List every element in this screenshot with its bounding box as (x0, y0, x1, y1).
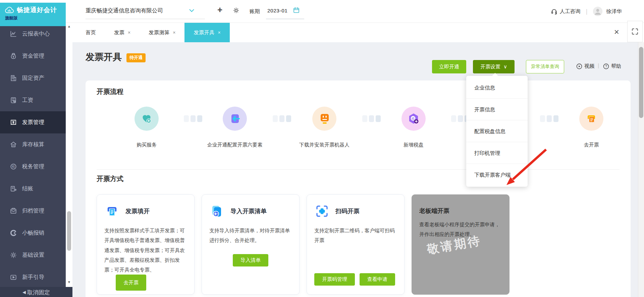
page-header: 发票开具 待开通 立即开通 开票设置 ∨ 异常清单查询 视频 | ? 帮助 (72, 42, 644, 80)
help-link[interactable]: ? 帮助 (603, 63, 621, 69)
avatar[interactable] (593, 7, 602, 16)
sidebar-item-label: 资金管理 (22, 52, 44, 60)
add-account-button[interactable]: + (217, 5, 222, 14)
company-underline (86, 19, 205, 19)
calendar-icon[interactable] (293, 7, 300, 13)
logo-badge: 旗舰版 (5, 15, 66, 21)
menu-item-tax-disk-config[interactable]: 配置税盘信息 (466, 120, 528, 142)
import-list-button[interactable]: 导入清单 (233, 254, 268, 266)
close-panel-icon[interactable]: × (614, 27, 619, 36)
tab-close-icon[interactable]: × (173, 30, 175, 35)
tab-invoice-estimate[interactable]: 发票测算 × (140, 23, 184, 42)
sidebar-item-guide[interactable]: 新手引导 (0, 266, 72, 288)
section-divider (97, 169, 620, 170)
invoice-methods: 开票方式 发票填开 支 (97, 174, 620, 295)
archive-box-icon (10, 207, 17, 215)
report-chart-icon (10, 30, 17, 38)
robot-icon (312, 107, 336, 131)
flow-step-go-invoice: 去开票 (551, 107, 632, 148)
fullscreen-button[interactable] (627, 21, 643, 42)
sidebar-scrollbar: ▲ ▼ (66, 23, 72, 287)
go-invoice-button[interactable]: 去开票 (116, 275, 146, 290)
sidebar-item-label: 小畅报销 (22, 229, 44, 237)
chevron-down-icon: ∨ (503, 64, 507, 70)
company-selector[interactable]: 重庆畅捷交通信息咨询有限公司 (86, 7, 194, 14)
money-bag-icon (10, 52, 17, 60)
closing-book-icon (10, 185, 17, 192)
link-divider: | (598, 62, 599, 69)
svg-text:?: ? (605, 64, 607, 68)
main-content: 发票开具 待开通 立即开通 开票设置 ∨ 异常清单查询 视频 | ? 帮助 开票… (72, 42, 644, 297)
methods-section-title: 开票方式 (97, 174, 620, 183)
svg-text:税: 税 (12, 165, 15, 168)
view-applications-button[interactable]: 查看申请 (360, 273, 395, 286)
collapse-left-icon: ◀ (22, 290, 25, 297)
cloud-logo-icon (4, 6, 14, 14)
sidebar-scroll-down-arrow[interactable]: ▼ (66, 280, 72, 284)
gear-icon[interactable] (233, 7, 239, 14)
activate-now-button[interactable]: 立即开通 (432, 60, 466, 73)
help-circle-icon: ? (603, 63, 609, 69)
user-name[interactable]: 徐泽华 (606, 8, 622, 15)
tab-close-icon[interactable]: × (128, 30, 130, 35)
settings-gear-icon (10, 251, 17, 259)
svg-text:税: 税 (412, 117, 415, 120)
tab-close-icon[interactable]: × (218, 30, 220, 35)
sidebar-item-funds[interactable]: 资金管理 (0, 45, 72, 67)
sidebar-item-invoice-management[interactable]: 发票管理 (0, 111, 72, 133)
logo-title: 畅捷通好会计 (17, 6, 57, 14)
sidebar-unpin-button[interactable]: ◀ 取消固定 (0, 287, 72, 297)
sidebar-scroll-up-arrow[interactable]: ▲ (66, 24, 72, 28)
invoice-panel: 开票流程 购买服务 (86, 80, 631, 297)
sidebar-item-label: 固定资产 (22, 74, 44, 82)
sidebar-item-fixed-assets[interactable]: 固定资产 (0, 67, 72, 89)
video-label: 视频 (584, 63, 594, 69)
sidebar-item-label: 基础设置 (22, 251, 44, 259)
sidebar-item-archive[interactable]: 归档管理 (0, 200, 72, 222)
method-card-title: 导入开票清单 (230, 207, 267, 215)
support-link[interactable]: 人工咨询 (551, 8, 581, 15)
flow-step-label: 购买服务 (106, 142, 187, 148)
sidebar-item-closing[interactable]: 结账 (0, 178, 72, 200)
tab-home[interactable]: 首页 (76, 23, 105, 42)
menu-item-download-client[interactable]: 下载开票客户端 (466, 164, 528, 186)
method-card-import-list: 导入开票清单 支持导入待开票清单，对待开票清单进行拆分、合并处理。 导入清单 (202, 194, 300, 295)
sidebar-item-settings[interactable]: 基础设置 (0, 244, 72, 266)
menu-item-company-info[interactable]: 企业信息 (466, 77, 528, 99)
fullscreen-icon (631, 28, 639, 35)
invoice-settings-label: 开票设置 (480, 64, 500, 70)
help-label: 帮助 (611, 63, 621, 69)
abnormal-list-button[interactable]: 异常清单查询 (526, 60, 564, 73)
sidebar-scroll-thumb[interactable] (67, 211, 71, 251)
tab-label: 发票开具 (194, 29, 214, 36)
tab-label: 发票 (114, 29, 124, 36)
sidebar-item-tax[interactable]: 税 税务管理 (0, 156, 72, 178)
flow-step-download-robot: 下载并安装开票机器人 (284, 107, 365, 148)
status-badge: 待开通 (126, 53, 146, 62)
company-name: 重庆畅捷交通信息咨询有限公司 (86, 7, 163, 14)
invoice-printer-icon (579, 107, 603, 131)
sidebar-item-expense[interactable]: 小畅报销 (0, 222, 72, 244)
menu-item-invoice-info[interactable]: 开票信息 (466, 99, 528, 120)
menu-item-printer-manage[interactable]: 打印机管理 (466, 142, 528, 164)
invoice-fill-icon (104, 203, 120, 219)
sidebar-item-label: 结账 (22, 185, 33, 192)
video-link[interactable]: 视频 (576, 63, 594, 69)
method-card-title: 发票填开 (125, 207, 150, 215)
tab-invoice-issue[interactable]: 发票开具 × (184, 23, 229, 42)
invoice-code-manage-button[interactable]: 开票码管理 (314, 273, 355, 286)
invoice-settings-menu: 企业信息 开票信息 配置税盘信息 打印机管理 下载开票客户端 (466, 76, 528, 187)
flow-step-label: 下载并安装开票机器人 (284, 142, 365, 148)
chevron-down-icon (189, 9, 194, 12)
invoice-settings-button[interactable]: 开票设置 ∨ (473, 60, 515, 73)
sidebar-item-payroll[interactable]: 工资 (0, 89, 72, 111)
period-value[interactable]: 2023-01 (267, 8, 287, 14)
page-scroll-thumb[interactable] (639, 47, 643, 118)
sidebar-item-label: 税务管理 (22, 163, 44, 170)
config-import-icon (223, 107, 247, 131)
sidebar: 云报表中心 资金管理 固定资产 工资 发票管理 库存核算 税 税务管理 (0, 23, 72, 297)
tab-invoice[interactable]: 发票 × (105, 23, 140, 42)
method-card-boss-invoice: 老板端开票 查看老板端小程序提交的开票申请，并作出相应的开票处理。 敬请期待 (412, 194, 509, 295)
topbar-right: 人工咨询 | 徐泽华 (551, 0, 622, 23)
sidebar-item-inventory[interactable]: 库存核算 (0, 133, 72, 156)
